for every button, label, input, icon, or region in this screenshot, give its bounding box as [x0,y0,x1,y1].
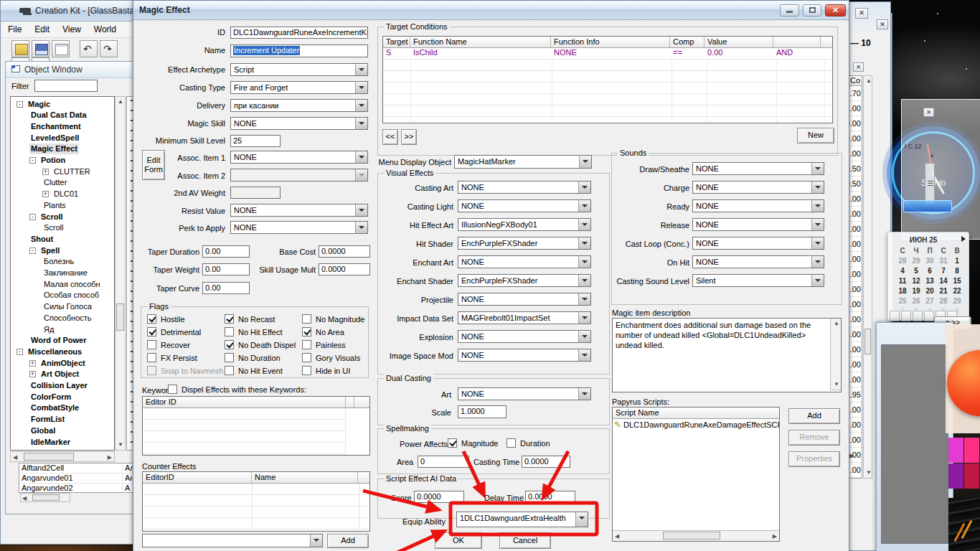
flag-no-death-dispel-checkbox[interactable] [225,340,234,349]
counter-effects-list[interactable]: EditorIDName [142,471,370,532]
mini-button[interactable] [913,311,923,321]
sound-draw-sheathe-combo[interactable]: NONE [692,162,824,175]
collapse-icon[interactable]: - [29,157,36,164]
conditions-col-Function Info[interactable]: Function Info [551,37,670,48]
dialog-titlebar[interactable]: Magic Effect ✕ [133,1,849,20]
tree-item-potion[interactable]: -Potion [11,155,114,166]
papyrus-remove-button[interactable]: Remove [788,430,840,446]
dispel-effects-checkbox[interactable] [168,385,177,394]
scroll-left-icon[interactable]: ◀ [615,534,619,540]
chevron-down-icon[interactable] [355,151,367,163]
collapse-icon[interactable]: - [17,349,23,355]
delay-time-input[interactable]: 0.0000 [525,491,575,503]
tree-item-idlemarker[interactable]: IdleMarker [11,436,114,447]
flag-no-hit-effect-checkbox[interactable] [225,327,234,336]
skill-usage-mult-input[interactable]: 0.0000 [319,263,370,276]
chevron-down-icon[interactable] [355,82,367,93]
calendar-date-cell[interactable]: 28 [897,257,908,265]
conditions-table[interactable]: TargetFunction NameFunction InfoCompValu… [382,36,833,123]
tree-vscrollbar[interactable]: ▲ ▼ [115,96,126,451]
chevron-down-icon[interactable] [578,200,590,212]
conditions-col-Function Name[interactable]: Function Name [410,37,551,48]
chevron-down-icon[interactable] [579,156,591,168]
calendar-date-cell[interactable]: 28 [938,297,949,305]
scroll-down-icon[interactable]: ▼ [866,470,872,476]
calendar-date-cell[interactable]: 7 [938,267,949,275]
description-vscrollbar[interactable]: ▲▼ [830,319,841,390]
calendar-date-cell[interactable]: 8 [951,267,963,275]
minimum-skill-level-input[interactable]: 25 [230,135,281,147]
magic-item-description-box[interactable]: Enchantment does additional sun damage b… [612,318,842,392]
collapse-icon[interactable]: - [29,248,36,254]
ve-impact-data-set-combo[interactable]: MAGFirebolt01ImpactSet [458,311,591,324]
equip-ability-combo[interactable]: 1DLC1DawnguardExtraHealth [456,512,588,527]
flag-hide-in-ui-checkbox[interactable] [302,366,311,375]
calendar-date-cell[interactable]: 11 [897,277,908,285]
creation-kit-titlebar[interactable]: Creation Kit - [GlassBastard.e [1,1,137,22]
calendar-date-cell[interactable]: 18 [897,287,908,295]
tree-item-малая-способн[interactable]: Малая способн [11,278,114,289]
flag-no-recast-checkbox[interactable] [225,314,234,324]
counter-add-button[interactable]: Add [327,534,369,548]
conditions-next-button[interactable]: >> [401,129,417,145]
expand-icon[interactable]: + [29,360,36,367]
chevron-down-icon[interactable] [578,331,590,342]
ve-explosion-combo[interactable]: NONE [458,330,591,343]
tree-item-collision-layer[interactable]: Collision Layer [11,380,114,391]
tree-item-clutter[interactable]: Clutter [11,177,114,188]
tree-item-animobject[interactable]: +AnimObject [11,357,114,368]
conditions-col-Target[interactable]: Target [383,37,410,48]
effect-archetype-combo[interactable]: Script [230,63,368,76]
calendar-date-cell[interactable]: 15 [951,277,963,285]
conditions-new-button[interactable]: New [797,128,834,143]
calendar-gadget[interactable]: ИЮН 25СЧПСВ28293031145678111213141518192… [887,232,969,321]
mini-button[interactable] [901,311,911,321]
editorid-hscrollbar[interactable]: ◀ [20,493,70,502]
chevron-down-icon[interactable] [578,293,590,305]
calendar-date-cell[interactable]: 25 [897,297,908,305]
papyrus-hscrollbar[interactable]: ◀▶ [613,530,779,541]
scroll-down-icon[interactable]: ▼ [834,382,839,387]
chevron-down-icon[interactable] [355,100,367,111]
expand-icon[interactable]: + [42,191,49,197]
flag-detrimental-checkbox[interactable] [147,327,156,336]
tree-item-global[interactable]: Global [11,425,114,435]
undo-icon[interactable]: ↶ [80,40,98,57]
tree-item-scroll[interactable]: -Scroll [11,211,114,222]
calendar-next-icon[interactable] [961,236,966,242]
delivery-combo[interactable]: при касании [230,99,368,112]
calendar-date-cell[interactable]: 12 [910,277,922,285]
tree-item-enchantment[interactable]: Enchantment [11,121,114,131]
flag-fx-persist-checkbox[interactable] [147,353,156,362]
mini-button[interactable] [890,311,900,321]
area-input[interactable]: 0 [418,456,469,468]
chevron-down-icon[interactable] [811,163,824,174]
tree-item-word-of-power[interactable]: Word of Power [11,335,114,346]
assoc-item-2-combo[interactable] [230,169,368,182]
chevron-down-icon[interactable] [355,204,367,216]
flag-gory-visuals-checkbox[interactable] [302,353,311,362]
calendar-date-cell[interactable]: 4 [897,267,908,275]
chevron-down-icon[interactable] [811,182,824,193]
properties-icon[interactable] [52,40,70,57]
calendar-date-cell[interactable]: 19 [910,287,922,295]
ve-hit-effect-art-combo[interactable]: IllusionNegFXBody01 [458,218,591,231]
tree-hscrollbar[interactable]: ◀ ▶ [10,451,115,462]
flag-recover-checkbox[interactable] [147,340,156,349]
flag-hostile-checkbox[interactable] [147,314,156,324]
flag-no-magnitude-checkbox[interactable] [302,314,311,324]
menu-world[interactable]: World [88,22,123,37]
calendar-date-cell[interactable]: 14 [938,277,949,285]
glass-bar[interactable] [903,200,952,212]
chevron-down-icon[interactable] [578,256,590,268]
calendar-date-cell[interactable]: 29 [910,257,922,265]
tree-item-dual-cast-data[interactable]: Dual Cast Data [11,110,114,121]
flag-snap-to-navmesh-checkbox[interactable] [147,366,156,375]
calendar-date-cell[interactable]: 26 [910,297,922,305]
values-vscrollbar[interactable]: ▲▼ [863,75,872,479]
assoc-item-1-combo[interactable]: NONE [230,151,368,164]
conditions-col-Comp[interactable]: Comp [670,37,705,48]
redo-icon[interactable]: ↷ [100,40,118,57]
chevron-down-icon[interactable] [578,349,590,361]
power-duration-checkbox[interactable] [507,438,516,448]
